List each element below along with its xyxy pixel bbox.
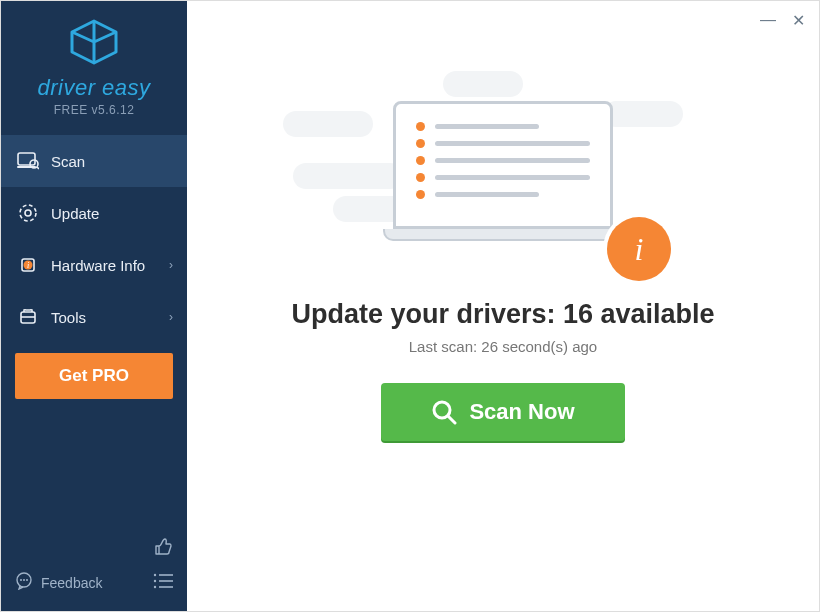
svg-line-23: [448, 416, 455, 423]
illustration: i: [323, 71, 683, 271]
list-icon[interactable]: [153, 573, 173, 593]
svg-point-16: [154, 574, 156, 576]
scan-icon: [17, 152, 39, 170]
logo-area: driver easy FREE v5.6.12: [1, 1, 187, 127]
thumbs-up-icon[interactable]: [153, 537, 173, 561]
update-icon: [17, 203, 39, 223]
nav: Scan Update i Hardware Info › Tools › Ge…: [1, 135, 187, 399]
bottom-icons: [153, 537, 173, 593]
sidebar-bottom: Feedback: [1, 527, 187, 611]
svg-rect-1: [18, 153, 35, 165]
sidebar: driver easy FREE v5.6.12 Scan Update i H…: [1, 1, 187, 611]
get-pro-button[interactable]: Get PRO: [15, 353, 173, 399]
nav-tools-label: Tools: [51, 309, 86, 326]
svg-point-18: [154, 580, 156, 582]
brand-name: driver easy: [1, 75, 187, 101]
hardware-icon: i: [17, 255, 39, 275]
chat-icon: [15, 572, 33, 593]
svg-point-5: [20, 205, 36, 221]
svg-text:i: i: [27, 261, 29, 270]
svg-line-4: [37, 167, 39, 169]
nav-hardware[interactable]: i Hardware Info ›: [1, 239, 187, 291]
feedback-button[interactable]: Feedback: [15, 572, 102, 593]
scan-now-button[interactable]: Scan Now: [381, 383, 624, 441]
nav-update-label: Update: [51, 205, 99, 222]
nav-update[interactable]: Update: [1, 187, 187, 239]
laptop-graphic: [393, 101, 613, 241]
svg-point-13: [20, 579, 22, 581]
svg-point-14: [23, 579, 25, 581]
headline: Update your drivers: 16 available: [291, 299, 714, 330]
nav-tools[interactable]: Tools ›: [1, 291, 187, 343]
info-badge-icon: i: [607, 217, 671, 281]
svg-point-20: [154, 586, 156, 588]
search-icon: [431, 399, 457, 425]
nav-scan[interactable]: Scan: [1, 135, 187, 187]
svg-point-6: [25, 210, 31, 216]
logo-icon: [68, 19, 120, 69]
close-button[interactable]: ✕: [792, 11, 805, 30]
svg-point-15: [26, 579, 28, 581]
scan-now-label: Scan Now: [469, 399, 574, 425]
version-label: FREE v5.6.12: [1, 103, 187, 117]
chevron-right-icon: ›: [169, 258, 173, 272]
last-scan-text: Last scan: 26 second(s) ago: [409, 338, 597, 355]
tools-icon: [17, 307, 39, 327]
nav-scan-label: Scan: [51, 153, 85, 170]
main-panel: — ✕ i Update your drivers: 16 available …: [187, 1, 819, 611]
feedback-label: Feedback: [41, 575, 102, 591]
nav-hardware-label: Hardware Info: [51, 257, 145, 274]
window-controls: — ✕: [760, 11, 805, 30]
minimize-button[interactable]: —: [760, 11, 776, 30]
chevron-right-icon: ›: [169, 310, 173, 324]
